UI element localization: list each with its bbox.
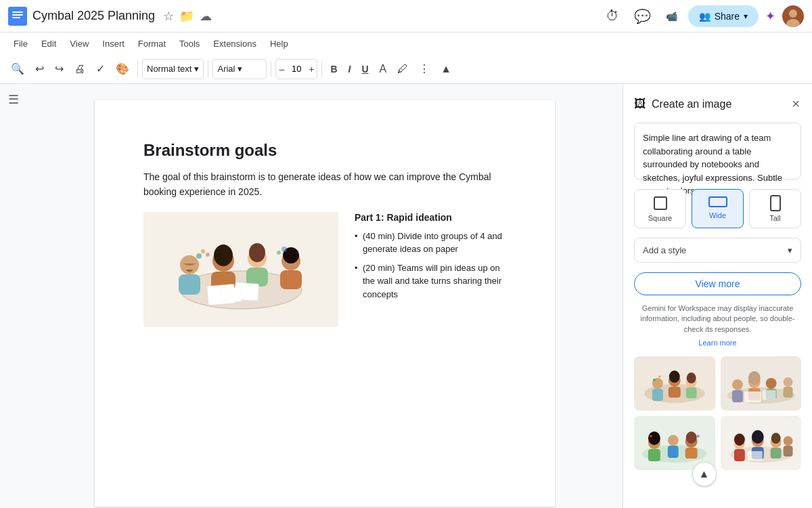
svg-point-25 <box>201 249 205 253</box>
svg-rect-3 <box>12 17 20 18</box>
svg-rect-82 <box>747 451 762 461</box>
wide-icon <box>708 195 727 209</box>
aspect-tall-button[interactable]: Tall <box>749 189 801 228</box>
text-color-button[interactable]: A <box>376 60 391 78</box>
more-button[interactable]: ⋮ <box>415 60 434 78</box>
panel-close-button[interactable]: × <box>790 95 801 113</box>
view-more-button[interactable]: View more <box>634 272 801 295</box>
square-icon <box>652 195 669 211</box>
svg-rect-54 <box>783 387 792 398</box>
menu-format[interactable]: Format <box>133 36 171 51</box>
menu-edit[interactable]: Edit <box>36 36 62 51</box>
outline-toggle[interactable]: ☰ <box>8 92 19 107</box>
svg-rect-73 <box>734 449 744 461</box>
part-title: Part 1: Rapid ideation <box>355 212 506 223</box>
svg-point-62 <box>668 435 679 446</box>
image-thumb-1[interactable] <box>634 356 715 410</box>
svg-point-16 <box>249 243 265 262</box>
svg-point-5 <box>789 9 797 18</box>
svg-rect-1 <box>12 12 23 13</box>
top-actions: ⏱ 💬 📹 👥 Share ▾ ✦ <box>602 5 804 27</box>
panel-title: 🖼 Create an image <box>634 97 731 111</box>
doc-heading: Brainstorm goals <box>143 141 506 160</box>
svg-rect-31 <box>771 196 780 211</box>
svg-point-78 <box>771 433 780 444</box>
underline-button[interactable]: U <box>357 59 372 79</box>
disclaimer-text: Gemini for Workspace may display inaccur… <box>634 303 801 335</box>
share-button[interactable]: 👥 Share ▾ <box>688 5 759 27</box>
menu-insert[interactable]: Insert <box>97 36 130 51</box>
divider-1 <box>137 61 138 77</box>
svg-point-40 <box>687 373 696 383</box>
font-size-increase-button[interactable]: + <box>306 61 317 77</box>
font-size-decrease-button[interactable]: – <box>276 61 287 77</box>
menu-extensions[interactable]: Extensions <box>208 36 262 51</box>
font-select[interactable]: Arial ▾ <box>212 59 267 79</box>
meet-button[interactable]: 📹 <box>662 8 681 24</box>
redo-button[interactable]: ↪ <box>51 60 68 78</box>
style-select[interactable]: Normal text ▾ <box>142 59 204 79</box>
share-chevron-icon: ▾ <box>744 12 748 21</box>
svg-rect-23 <box>221 288 242 301</box>
aspect-square-button[interactable]: Square <box>634 189 686 228</box>
folder-icon[interactable]: 📁 <box>179 9 194 24</box>
meet-icon: 📹 <box>666 11 677 22</box>
bold-button[interactable]: B <box>326 59 341 79</box>
paint-format-button[interactable]: 🎨 <box>112 60 133 78</box>
style-dropdown[interactable]: Add a style ▾ <box>634 238 801 263</box>
svg-point-24 <box>196 253 202 259</box>
menu-file[interactable]: File <box>8 36 33 51</box>
svg-rect-56 <box>762 390 775 400</box>
scroll-area: ▲ <box>634 470 801 497</box>
prompt-box[interactable]: Simple line art drawing of a team collab… <box>634 123 801 179</box>
svg-rect-30 <box>709 197 727 207</box>
doc-intro: The goal of this brainstorm is to genera… <box>143 169 506 200</box>
svg-point-49 <box>748 371 760 385</box>
italic-button[interactable]: I <box>344 59 355 79</box>
gemini-button[interactable]: ✦ <box>765 9 775 24</box>
history-button[interactable]: ⏱ <box>602 5 623 26</box>
expand-button[interactable]: ▲ <box>436 60 455 78</box>
svg-point-53 <box>783 377 792 387</box>
doc-area[interactable]: Brainstorm goals The goal of this brains… <box>27 84 623 508</box>
search-button[interactable]: 🔍 <box>7 60 28 78</box>
menu-view[interactable]: View <box>64 36 94 51</box>
title-bar: Cymbal 2025 Planning ☆ 📁 ☁ ⏱ 💬 📹 👥 Share… <box>0 0 812 33</box>
avatar[interactable] <box>782 5 804 27</box>
svg-rect-41 <box>686 387 697 398</box>
svg-point-43 <box>658 376 660 378</box>
font-size-input[interactable] <box>287 64 306 74</box>
scroll-top-button[interactable]: ▲ <box>692 462 717 486</box>
bullet-1: (40 min) Divide into groups of 4 and gen… <box>355 230 506 256</box>
doc-page: Brainstorm goals The goal of this brains… <box>95 100 555 507</box>
wide-label: Wide <box>709 211 726 219</box>
spellcheck-button[interactable]: ✓ <box>92 60 109 78</box>
star-icon[interactable]: ☆ <box>163 9 174 24</box>
print-button[interactable]: 🖨 <box>70 60 89 78</box>
menu-bar: File Edit View Insert Format Tools Exten… <box>0 33 812 54</box>
image-thumb-2[interactable] <box>721 356 802 410</box>
image-grid <box>634 356 801 470</box>
doc-right-col: Part 1: Rapid ideation (40 min) Divide i… <box>355 212 506 327</box>
menu-tools[interactable]: Tools <box>174 36 205 51</box>
highlight-button[interactable]: 🖊 <box>393 60 412 78</box>
menu-help[interactable]: Help <box>265 36 294 51</box>
right-panel: 🖼 Create an image × Simple line art draw… <box>623 84 812 508</box>
comments-button[interactable]: 💬 <box>630 5 655 27</box>
style-label: Normal text <box>147 64 191 74</box>
panel-icon: 🖼 <box>634 97 646 111</box>
svg-rect-2 <box>12 14 23 16</box>
svg-rect-79 <box>770 448 781 459</box>
share-icon: 👥 <box>699 11 710 22</box>
image-thumb-4[interactable] <box>721 416 802 470</box>
learn-more-link[interactable]: Learn more <box>634 339 801 347</box>
undo-button[interactable]: ↩ <box>31 60 48 78</box>
svg-point-26 <box>206 253 210 257</box>
svg-rect-29 <box>654 197 667 209</box>
aspect-wide-button[interactable]: Wide <box>692 189 744 228</box>
svg-point-60 <box>648 431 660 445</box>
cloud-icon[interactable]: ☁ <box>200 9 212 24</box>
style-placeholder: Add a style <box>643 245 686 255</box>
tall-label: Tall <box>769 214 781 222</box>
team-image[interactable] <box>143 212 338 327</box>
